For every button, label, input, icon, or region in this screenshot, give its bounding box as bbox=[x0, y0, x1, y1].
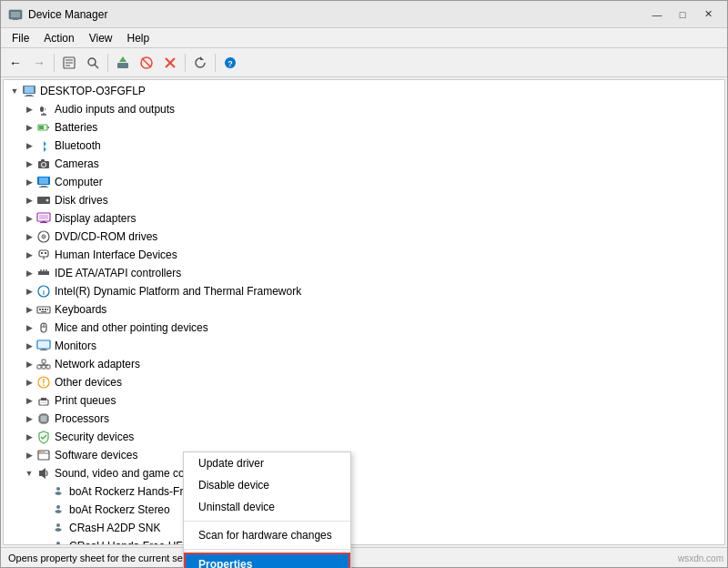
dvd-toggle[interactable]: ▶ bbox=[22, 229, 36, 244]
tree-item-security[interactable]: ▶ Security devices bbox=[4, 428, 724, 446]
tree-item-software[interactable]: ▶ Software devices bbox=[4, 446, 724, 464]
help-button[interactable]: ? bbox=[219, 52, 241, 74]
tree-item-computer[interactable]: ▶ Computer bbox=[4, 173, 724, 191]
tree-item-print[interactable]: ▶ Print queues bbox=[4, 391, 724, 410]
tree-item-monitors[interactable]: ▶ Monitors bbox=[4, 337, 724, 355]
device-manager-window: Device Manager — □ ✕ File Action View He… bbox=[0, 0, 728, 568]
ide-toggle[interactable]: ▶ bbox=[22, 266, 36, 280]
menu-view[interactable]: View bbox=[82, 30, 120, 46]
svg-marker-10 bbox=[119, 56, 126, 62]
tree-item-disk[interactable]: ▶ Disk drives bbox=[4, 191, 724, 209]
root-toggle[interactable]: ▼ bbox=[7, 84, 22, 98]
disable-button[interactable] bbox=[136, 52, 157, 74]
tree-item-batteries[interactable]: ▶ Batteries bbox=[4, 118, 724, 137]
keyboard-toggle[interactable]: ▶ bbox=[22, 302, 36, 317]
svg-rect-77 bbox=[41, 398, 46, 401]
tree-item-processors[interactable]: ▶ Processors bbox=[4, 410, 724, 428]
tree-item-dvd[interactable]: ▶ DVD/CD-ROM drives bbox=[4, 228, 724, 246]
tree-item-hid[interactable]: ▶ Human Interface Devices bbox=[4, 246, 724, 264]
network-icon bbox=[36, 357, 51, 371]
svg-point-103 bbox=[56, 523, 60, 527]
sound-3-label: CRasH A2DP SNK bbox=[69, 522, 160, 534]
svg-rect-57 bbox=[45, 309, 46, 310]
svg-rect-21 bbox=[25, 96, 34, 96]
context-separator-1 bbox=[184, 521, 350, 522]
hid-toggle[interactable]: ▶ bbox=[22, 248, 36, 262]
svg-rect-39 bbox=[42, 221, 46, 222]
update-driver-button[interactable] bbox=[112, 52, 134, 74]
display-label: Display adapters bbox=[55, 212, 136, 225]
sound-2-label: boAt Rockerz Stereo bbox=[69, 503, 170, 516]
maximize-button[interactable]: □ bbox=[671, 5, 694, 24]
uninstall-button[interactable] bbox=[159, 52, 181, 74]
watermark: wsxdn.com bbox=[678, 553, 723, 563]
other-toggle[interactable]: ▶ bbox=[22, 375, 36, 390]
network-toggle[interactable]: ▶ bbox=[22, 357, 36, 371]
context-scan-hardware[interactable]: Scan for hardware changes bbox=[184, 524, 350, 546]
forward-button[interactable]: → bbox=[28, 52, 50, 74]
processors-toggle[interactable]: ▶ bbox=[22, 411, 36, 426]
tree-item-intel[interactable]: ▶ i Intel(R) Dynamic Platform and Therma… bbox=[4, 282, 724, 300]
close-button[interactable]: ✕ bbox=[696, 5, 720, 24]
svg-rect-79 bbox=[41, 404, 45, 405]
svg-rect-64 bbox=[39, 341, 48, 348]
mice-toggle[interactable]: ▶ bbox=[22, 320, 36, 335]
context-properties[interactable]: Properties bbox=[184, 553, 350, 568]
sound-toggle[interactable]: ▼ bbox=[22, 466, 36, 481]
security-toggle[interactable]: ▶ bbox=[22, 430, 36, 444]
context-uninstall-device[interactable]: Uninstall device bbox=[184, 496, 350, 518]
software-icon bbox=[36, 448, 51, 462]
keyboard-label: Keyboards bbox=[55, 303, 106, 316]
tree-item-sound[interactable]: ▼ Sound, video and game controllers bbox=[4, 464, 724, 482]
context-separator-2 bbox=[184, 549, 350, 550]
minimize-button[interactable]: — bbox=[645, 5, 669, 24]
dvd-icon bbox=[36, 229, 51, 244]
tree-item-sound-4[interactable]: CRasH Hands-Free HF Audio bbox=[4, 537, 724, 544]
context-disable-device[interactable]: Disable device bbox=[184, 474, 350, 496]
tree-item-keyboard[interactable]: ▶ Keyboards bbox=[4, 300, 724, 319]
tree-item-network[interactable]: ▶ Network adapters bbox=[4, 355, 724, 373]
back-button[interactable]: ← bbox=[5, 52, 26, 74]
computer-toggle[interactable]: ▶ bbox=[22, 175, 36, 189]
properties-toolbar-button[interactable] bbox=[58, 52, 80, 74]
tree-item-cameras[interactable]: ▶ Cameras bbox=[4, 155, 724, 173]
refresh-button[interactable] bbox=[189, 52, 211, 74]
sound-1-icon bbox=[51, 484, 66, 499]
tree-item-mice[interactable]: ▶ Mice and other pointing devices bbox=[4, 319, 724, 337]
menu-file[interactable]: File bbox=[5, 30, 36, 46]
svg-point-96 bbox=[39, 451, 41, 453]
svg-rect-1 bbox=[11, 12, 20, 17]
monitors-icon bbox=[36, 339, 51, 353]
audio-toggle[interactable]: ▶ bbox=[22, 102, 36, 117]
security-icon bbox=[36, 430, 51, 444]
device-tree[interactable]: ▼ DESKTOP-O3FGFLP ▶ Audio inputs and out… bbox=[4, 80, 724, 544]
cameras-toggle[interactable]: ▶ bbox=[22, 157, 36, 171]
software-toggle[interactable]: ▶ bbox=[22, 448, 36, 462]
monitors-toggle[interactable]: ▶ bbox=[22, 339, 36, 353]
tree-item-display[interactable]: ▶ Display adapters bbox=[4, 209, 724, 228]
print-toggle[interactable]: ▶ bbox=[22, 393, 36, 408]
intel-toggle[interactable]: ▶ bbox=[22, 284, 36, 299]
toolbar-separator-2 bbox=[107, 54, 108, 72]
context-update-driver[interactable]: Update driver bbox=[184, 452, 350, 474]
bluetooth-toggle[interactable]: ▶ bbox=[22, 138, 36, 153]
svg-marker-100 bbox=[42, 468, 46, 479]
menu-action[interactable]: Action bbox=[36, 30, 81, 46]
svg-point-102 bbox=[56, 505, 60, 509]
display-toggle[interactable]: ▶ bbox=[22, 211, 36, 226]
menu-help[interactable]: Help bbox=[120, 30, 157, 46]
disk-toggle[interactable]: ▶ bbox=[22, 193, 36, 208]
tree-item-other[interactable]: ▶ ! Other devices bbox=[4, 373, 724, 391]
tree-item-bluetooth[interactable]: ▶ Bluetooth bbox=[4, 137, 724, 155]
tree-item-sound-1[interactable]: boAt Rockerz Hands-Free AG Audio bbox=[4, 482, 724, 501]
tree-item-audio[interactable]: ▶ Audio inputs and outputs bbox=[4, 100, 724, 118]
batteries-toggle[interactable]: ▶ bbox=[22, 120, 36, 135]
tree-root[interactable]: ▼ DESKTOP-O3FGFLP bbox=[4, 82, 724, 100]
sound-icon bbox=[36, 466, 51, 481]
svg-rect-81 bbox=[41, 416, 46, 421]
tree-item-ide[interactable]: ▶ IDE ATA/ATAPI controllers bbox=[4, 264, 724, 282]
tree-item-sound-3[interactable]: CRasH A2DP SNK bbox=[4, 519, 724, 537]
tree-item-sound-2[interactable]: boAt Rockerz Stereo bbox=[4, 501, 724, 519]
scan-toolbar-button[interactable] bbox=[82, 52, 104, 74]
computer-label: Computer bbox=[55, 176, 103, 188]
